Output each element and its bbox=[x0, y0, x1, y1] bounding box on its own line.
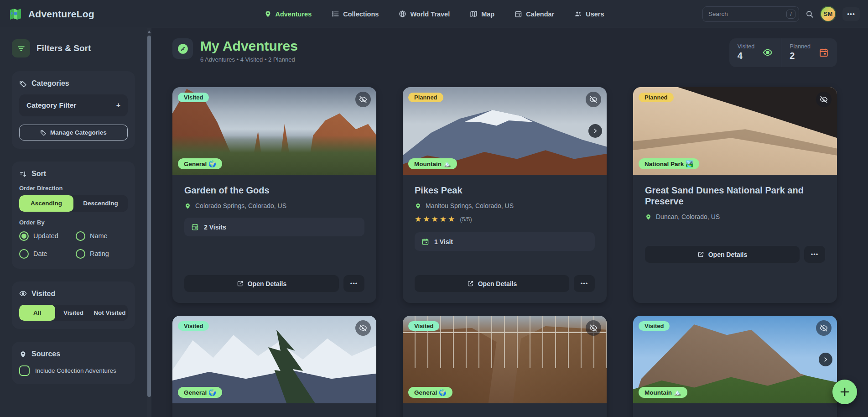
radio-updated[interactable]: Updated bbox=[19, 231, 71, 241]
adventure-photo[interactable]: Planned Mountain 🏔️ bbox=[403, 87, 607, 175]
adventure-title: Pikes Peak bbox=[415, 185, 595, 196]
search-button[interactable] bbox=[806, 10, 814, 18]
include-collection-adventures-checkbox[interactable]: Include Collection Adventures bbox=[19, 365, 128, 376]
adventure-photo[interactable]: Visited Mountain 🏔️ bbox=[633, 316, 837, 403]
stat-visited: Visited 4 bbox=[729, 38, 781, 67]
sort-arrows-icon bbox=[19, 170, 27, 178]
chevron-right-icon bbox=[822, 356, 829, 363]
search-wrap: / bbox=[702, 6, 799, 22]
nav-item-collections[interactable]: Collections bbox=[332, 10, 379, 18]
radio-rating[interactable]: Rating bbox=[76, 249, 128, 259]
radio-circle-icon bbox=[19, 231, 29, 241]
user-avatar[interactable]: SM bbox=[820, 6, 836, 22]
tag-icon bbox=[19, 80, 27, 88]
visited-not-visited-button[interactable]: Not Visited bbox=[92, 305, 128, 321]
radio-date[interactable]: Date bbox=[19, 249, 71, 259]
adventure-photo[interactable]: Visited General 🌍 bbox=[172, 316, 376, 403]
adventure-photo[interactable]: Visited General 🌍 bbox=[403, 316, 607, 403]
app-title: AdventureLog bbox=[28, 9, 94, 20]
open-details-button[interactable]: Open Details bbox=[184, 275, 339, 292]
checkbox-icon bbox=[19, 365, 30, 376]
users-icon bbox=[574, 10, 582, 18]
hide-button[interactable] bbox=[355, 92, 371, 107]
rating-text: (5/5) bbox=[460, 216, 472, 223]
page-header: My Adventures 6 Adventures • 4 Visited •… bbox=[172, 38, 837, 67]
hide-button[interactable] bbox=[816, 92, 832, 107]
expand-plus-icon: + bbox=[116, 101, 120, 109]
descending-button[interactable]: Descending bbox=[73, 195, 128, 212]
ascending-button[interactable]: Ascending bbox=[19, 195, 73, 212]
radio-circle-icon bbox=[19, 249, 29, 259]
filters-sidebar: Filters & Sort Categories Category Filte… bbox=[0, 28, 147, 417]
card-more-button[interactable]: ••• bbox=[343, 275, 364, 292]
sources-section: Sources Include Collection Adventures bbox=[12, 342, 135, 384]
plus-icon bbox=[839, 386, 850, 397]
external-link-icon bbox=[237, 280, 244, 287]
sidebar-scrollbar[interactable] bbox=[147, 28, 151, 417]
stat-planned-value: 2 bbox=[790, 51, 811, 61]
adventure-card-mountain: Visited Mountain 🏔️ bbox=[633, 316, 837, 417]
stat-planned-label: Planned bbox=[790, 43, 811, 50]
manage-categories-button[interactable]: Manage Categories bbox=[19, 125, 128, 141]
adventure-card-pikes-peak: Planned Mountain 🏔️ Pikes Peak Manitou S… bbox=[403, 87, 607, 303]
visited-heading: Visited bbox=[19, 290, 128, 298]
adventure-card-royal-gorge: Visited General 🌍 bbox=[403, 316, 607, 417]
navbar-more-button[interactable]: ••• bbox=[842, 7, 860, 21]
search-input[interactable] bbox=[702, 6, 799, 22]
location-pin-icon bbox=[184, 203, 191, 209]
card-more-button[interactable]: ••• bbox=[574, 275, 595, 292]
category-filter-collapse[interactable]: Category Filter + bbox=[19, 94, 128, 116]
sidebar-title: Filters & Sort bbox=[36, 43, 91, 53]
adventure-photo[interactable]: Planned National Park 🏞️ bbox=[633, 87, 837, 175]
nav-item-calendar[interactable]: Calendar bbox=[515, 10, 554, 18]
adventure-title: Garden of the Gods bbox=[184, 185, 364, 196]
hide-button[interactable] bbox=[586, 92, 601, 107]
calendar-icon bbox=[515, 10, 522, 18]
globe-icon bbox=[399, 10, 406, 18]
eye-off-icon bbox=[359, 95, 367, 104]
category-badge: General 🌍 bbox=[408, 387, 452, 398]
nav-item-map[interactable]: Map bbox=[470, 10, 494, 18]
stat-visited-value: 4 bbox=[738, 51, 754, 61]
nav-item-adventures[interactable]: Adventures bbox=[264, 10, 312, 18]
hide-button[interactable] bbox=[586, 320, 601, 336]
filter-icon-box bbox=[12, 39, 30, 57]
add-adventure-button[interactable] bbox=[832, 380, 857, 404]
adventure-title: Great Sand Dunes National Park and Prese… bbox=[645, 185, 825, 207]
carousel-next-button[interactable] bbox=[819, 353, 832, 366]
page-header-left: My Adventures 6 Adventures • 4 Visited •… bbox=[172, 38, 298, 63]
status-badge: Visited bbox=[639, 321, 670, 331]
map-icon bbox=[470, 10, 478, 18]
carousel-next-button[interactable] bbox=[588, 124, 602, 138]
open-details-button[interactable]: Open Details bbox=[645, 246, 800, 263]
card-more-button[interactable]: ••• bbox=[804, 246, 825, 263]
eye-icon bbox=[763, 47, 773, 57]
adventure-photo[interactable]: Visited General 🌍 bbox=[172, 87, 376, 175]
open-details-button[interactable]: Open Details bbox=[415, 275, 569, 292]
visited-visited-button[interactable]: Visited bbox=[55, 305, 91, 321]
radio-circle-icon bbox=[76, 231, 85, 241]
radio-name[interactable]: Name bbox=[76, 231, 128, 241]
eye-off-icon bbox=[359, 324, 367, 332]
sources-heading: Sources bbox=[19, 350, 128, 358]
nav-item-users[interactable]: Users bbox=[574, 10, 604, 18]
hide-button[interactable] bbox=[816, 320, 832, 336]
radio-circle-icon bbox=[76, 249, 85, 259]
search-icon bbox=[806, 10, 814, 18]
calendar-icon bbox=[819, 47, 829, 57]
category-badge: National Park 🏞️ bbox=[639, 158, 699, 169]
hide-button[interactable] bbox=[355, 320, 371, 336]
status-badge: Planned bbox=[408, 93, 443, 102]
categories-section: Categories Category Filter + Manage Cate… bbox=[12, 71, 135, 149]
visit-count-box: 2 Visits bbox=[184, 218, 364, 236]
nav-item-world-travel[interactable]: World Travel bbox=[399, 10, 450, 18]
location-pin-icon bbox=[19, 350, 27, 358]
adventure-card-great-sand-dunes: Planned National Park 🏞️ Great Sand Dune… bbox=[633, 87, 837, 303]
scrollbar-up-arrow-icon[interactable] bbox=[147, 31, 151, 33]
scrollbar-thumb[interactable] bbox=[147, 36, 151, 397]
adventure-grid: Visited General 🌍 Garden of the Gods Col… bbox=[172, 87, 837, 417]
calendar-check-icon bbox=[421, 238, 429, 245]
chevron-right-icon bbox=[592, 128, 598, 134]
primary-navigation: Adventures Collections World Travel Map … bbox=[264, 10, 604, 18]
visited-all-button[interactable]: All bbox=[19, 305, 55, 321]
